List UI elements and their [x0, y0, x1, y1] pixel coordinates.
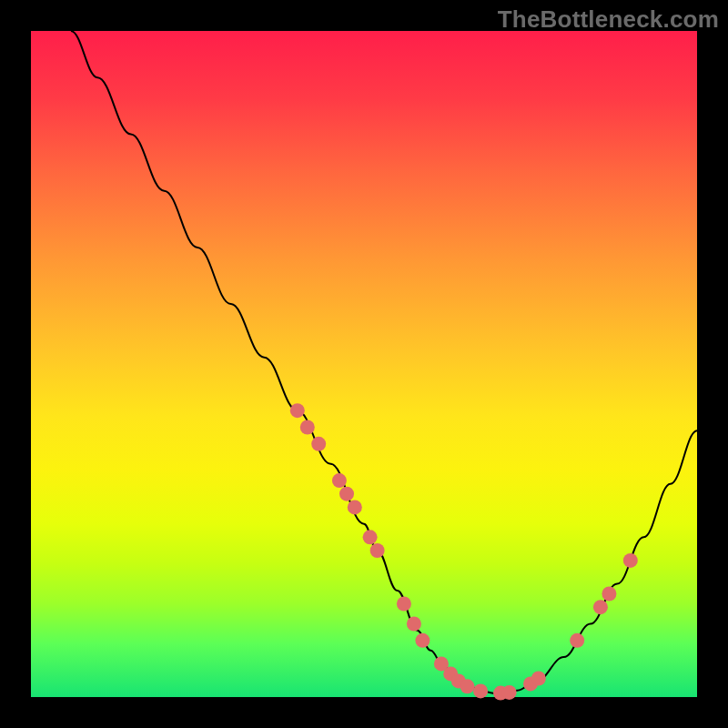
- data-marker: [531, 672, 546, 686]
- data-marker: [370, 543, 385, 558]
- data-marker: [363, 530, 378, 544]
- data-marker: [460, 679, 475, 693]
- data-marker: [593, 600, 608, 614]
- data-marker: [397, 597, 411, 612]
- bottleneck-chart: [31, 31, 697, 697]
- data-marker: [339, 487, 354, 501]
- data-marker: [290, 403, 305, 418]
- data-marker: [502, 685, 517, 700]
- data-marker: [570, 633, 584, 648]
- data-marker: [300, 420, 315, 435]
- data-marker: [623, 553, 638, 568]
- data-marker: [311, 437, 326, 451]
- data-marker: [473, 683, 488, 698]
- data-marker: [415, 633, 430, 648]
- data-marker: [348, 500, 362, 514]
- data-marker: [602, 587, 616, 602]
- data-marker: [332, 473, 347, 488]
- branding-watermark: TheBottleneck.com: [498, 5, 719, 34]
- data-markers: [290, 403, 638, 700]
- data-marker: [407, 617, 421, 632]
